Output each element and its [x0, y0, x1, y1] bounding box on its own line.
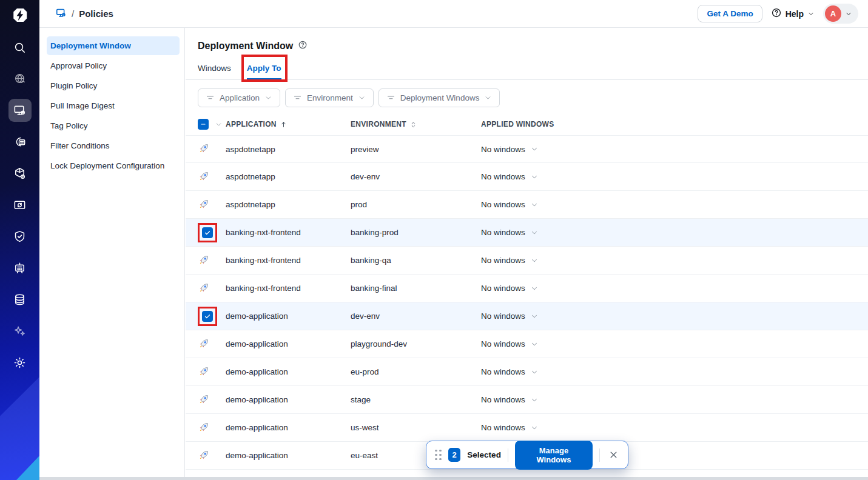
filter-label: Application [220, 93, 260, 102]
rocket-icon [198, 287, 210, 296]
breadcrumb: / Policies [55, 7, 113, 21]
table-row[interactable]: banking-nxt-frontend banking-final No wi… [186, 275, 868, 302]
automation-board-icon[interactable] [8, 256, 32, 279]
applied-windows-dropdown[interactable]: No windows [481, 423, 856, 432]
column-label: APPLICATION [226, 120, 277, 128]
table-row[interactable]: banking-nxt-frontend banking-prod No win… [186, 219, 868, 247]
app-group-icon[interactable] [8, 130, 32, 153]
chevron-down-icon [530, 312, 539, 321]
table-row[interactable]: banking-nxt-frontend banking-qa No windo… [186, 247, 868, 275]
sidebar-item-pull-image-digest[interactable]: Pull Image Digest [47, 96, 180, 115]
close-icon[interactable] [607, 447, 621, 463]
avatar: A [825, 5, 841, 22]
rocket-icon [198, 175, 210, 184]
policies-monitor-gear-icon[interactable] [55, 7, 67, 21]
table-row[interactable]: aspdotnetapp dev-env No windows [186, 163, 868, 191]
rocket-icon [198, 342, 210, 352]
security-shield-icon[interactable] [8, 225, 32, 248]
globe-activity-icon[interactable] [8, 67, 32, 90]
database-stack-icon[interactable] [8, 288, 32, 311]
column-environment[interactable]: ENVIRONMENT [351, 120, 481, 128]
help-menu[interactable]: Help [771, 7, 815, 20]
filter-label: Environment [307, 93, 353, 102]
chevron-down-icon[interactable] [215, 121, 223, 128]
sidebar-item-filter-conditions[interactable]: Filter Conditions [47, 136, 180, 155]
applied-windows-label: No windows [481, 200, 525, 209]
table-row[interactable]: aspdotnetapp preview No windows [186, 135, 868, 163]
table-row[interactable]: aspdotnetapp prod No windows [186, 191, 868, 219]
rocket-icon [198, 426, 210, 435]
application-name: aspdotnetapp [226, 200, 351, 209]
help-circle-icon[interactable] [298, 40, 308, 52]
applied-windows-dropdown[interactable]: No windows [481, 367, 856, 376]
applied-windows-dropdown[interactable]: No windows [481, 145, 856, 154]
applied-windows-dropdown[interactable]: No windows [481, 200, 856, 209]
environment-name: banking-qa [351, 256, 481, 265]
selection-action-bar: 2 Selected Manage Windows [426, 441, 628, 469]
environment-name: us-west [351, 423, 481, 432]
drag-handle-icon[interactable] [435, 450, 442, 461]
environment-filter[interactable]: Environment [285, 88, 374, 107]
policy-sidebar: Deployment Window Approval Policy Plugin… [39, 28, 185, 477]
help-label: Help [786, 9, 804, 19]
package-gear-icon[interactable] [8, 162, 32, 185]
applied-windows-dropdown[interactable]: No windows [481, 172, 856, 181]
resource-browser-icon[interactable] [8, 193, 32, 216]
table-row[interactable]: demo-application eu-prod No windows [186, 358, 868, 386]
manage-windows-button[interactable]: Manage Windows [515, 441, 593, 470]
application-name: aspdotnetapp [226, 145, 351, 154]
applied-windows-dropdown[interactable]: No windows [481, 312, 856, 321]
applied-windows-dropdown[interactable]: No windows [481, 284, 856, 293]
applied-windows-dropdown[interactable]: No windows [481, 256, 856, 265]
window-bottom-edge [39, 477, 868, 480]
devtron-logo[interactable] [11, 6, 29, 26]
help-circle-icon [771, 7, 782, 20]
table-row[interactable]: demo-application stage No windows [186, 386, 868, 414]
applied-windows-label: No windows [481, 256, 525, 265]
divider [599, 448, 600, 462]
sidebar-item-lock-deployment-configuration[interactable]: Lock Deployment Configuration [47, 156, 180, 175]
column-application[interactable]: APPLICATION [226, 120, 351, 128]
environment-name: playground-dev [351, 339, 481, 348]
chevron-down-icon [530, 173, 539, 181]
environment-name: dev-env [351, 172, 481, 181]
filter-icon [206, 93, 215, 102]
search-icon[interactable] [8, 36, 32, 59]
applied-windows-dropdown[interactable]: No windows [481, 339, 856, 348]
sidebar-item-tag-policy[interactable]: Tag Policy [47, 116, 180, 135]
chevron-down-icon [484, 94, 492, 102]
settings-gear-icon[interactable] [8, 351, 32, 374]
application-name: aspdotnetapp [226, 172, 351, 181]
table-row[interactable]: demo-application playground-dev No windo… [186, 330, 868, 358]
applied-windows-label: No windows [481, 312, 525, 321]
applied-windows-dropdown[interactable]: No windows [481, 228, 856, 237]
column-label: ENVIRONMENT [351, 120, 406, 128]
row-checkbox-wrap [198, 223, 217, 242]
tab-apply-to[interactable]: Apply To [247, 60, 281, 80]
sidebar-item-deployment-window[interactable]: Deployment Window [47, 36, 180, 55]
table-row[interactable]: demo-application us-west No windows [186, 414, 868, 442]
applied-windows-label: No windows [481, 145, 525, 154]
chevron-down-icon [530, 396, 539, 404]
get-a-demo-button[interactable]: Get A Demo [698, 5, 762, 22]
environment-name: preview [351, 145, 481, 154]
sidebar-item-approval-policy[interactable]: Approval Policy [47, 56, 180, 75]
row-checkbox[interactable] [202, 311, 213, 322]
page-title: Deployment Window [198, 41, 293, 52]
deployment-windows-filter[interactable]: Deployment Windows [378, 88, 500, 107]
tab-windows[interactable]: Windows [198, 60, 231, 80]
application-name: banking-nxt-frontend [226, 228, 351, 237]
applied-windows-dropdown[interactable]: No windows [481, 395, 856, 404]
filter-icon [293, 93, 302, 102]
policies-monitor-gear-icon[interactable] [8, 99, 32, 122]
rocket-icon [198, 454, 210, 463]
row-checkbox[interactable] [202, 227, 213, 238]
select-all-checkbox[interactable] [198, 119, 209, 130]
table-row[interactable]: demo-application dev-env No windows [186, 302, 868, 330]
application-filter[interactable]: Application [198, 88, 280, 107]
user-menu[interactable]: A [823, 4, 858, 24]
sidebar-item-plugin-policy[interactable]: Plugin Policy [47, 76, 180, 95]
column-applied-windows[interactable]: APPLIED WINDOWS [481, 120, 856, 128]
chevron-down-icon [264, 94, 272, 102]
ai-sparkles-icon[interactable] [8, 319, 32, 342]
